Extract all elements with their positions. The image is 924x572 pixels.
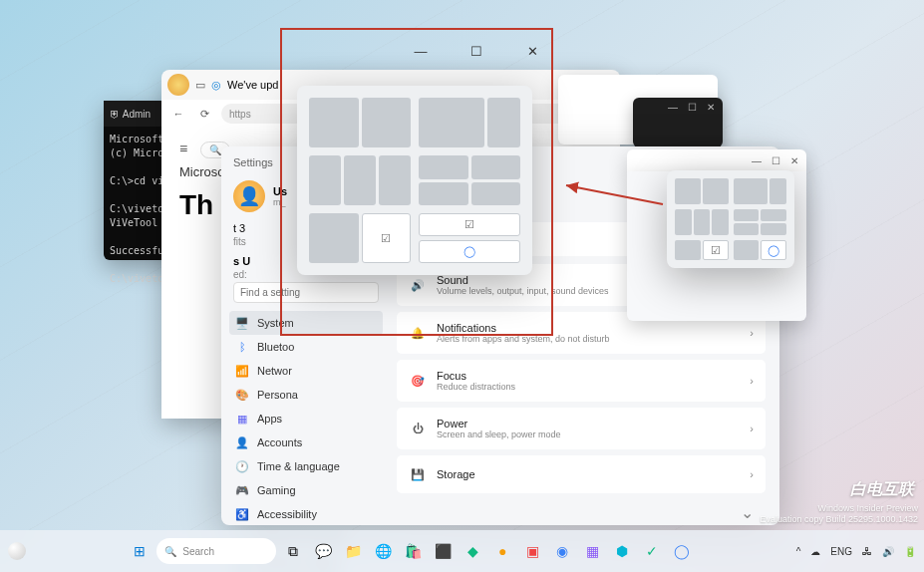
chevron-right-icon: › xyxy=(750,327,754,339)
setting-row-icon: 🔔 xyxy=(409,324,427,342)
tray-chevron-icon[interactable]: ^ xyxy=(796,546,801,557)
hamburger-icon[interactable]: ≡ xyxy=(179,141,187,156)
onedrive-icon[interactable]: ☁ xyxy=(810,546,820,557)
taskbar[interactable]: ⊞ 🔍 Search ⧉ 💬 📁 🌐 🛍️ ⬛ ◆ ● ▣ ◉ ▦ ⬢ ✓ ◯ … xyxy=(0,530,924,572)
chevron-right-icon: › xyxy=(750,468,754,480)
snap-layout-action[interactable]: ☑ xyxy=(675,240,729,260)
close-button[interactable]: ✕ xyxy=(517,40,547,62)
snap-checkbox-icon[interactable]: ☑ xyxy=(703,240,729,260)
minimize-button[interactable]: — xyxy=(752,155,762,166)
snap-layout-quad[interactable] xyxy=(419,155,520,205)
setting-row-icon: 💾 xyxy=(409,465,427,483)
network-icon[interactable]: 🖧 xyxy=(862,546,872,557)
explorer-icon[interactable]: 📁 xyxy=(340,538,366,564)
app-icon[interactable]: ◆ xyxy=(460,538,485,564)
close-button[interactable]: ✕ xyxy=(707,102,715,143)
snap-layout-2col-wide[interactable] xyxy=(734,178,787,204)
sidebar-item-accessibility[interactable]: ♿Accessibility xyxy=(229,502,383,526)
battery-icon[interactable]: 🔋 xyxy=(904,546,916,557)
store-icon[interactable]: 🛍️ xyxy=(400,538,426,564)
setting-row-icon: 🔊 xyxy=(409,276,427,294)
sidebar-item-label: System xyxy=(257,317,294,329)
setting-row-icon: 🎯 xyxy=(409,372,427,390)
snap-layout-3col[interactable] xyxy=(675,209,729,235)
edge-icon[interactable]: 🌐 xyxy=(370,538,396,564)
snap-layout-action[interactable]: ◯ xyxy=(734,240,787,260)
snap-layout-quad[interactable] xyxy=(734,209,787,235)
chat-icon[interactable]: 💬 xyxy=(310,538,336,564)
sidebar-item-bluetoo[interactable]: ᛒBluetoo xyxy=(229,335,383,359)
start-button[interactable]: ⊞ xyxy=(127,538,153,564)
terminal-icon[interactable]: ⬛ xyxy=(430,538,456,564)
app-icon[interactable]: ▣ xyxy=(519,538,545,564)
sidebar-item-label: Gaming xyxy=(257,484,296,496)
sidebar-item-system[interactable]: 🖥️System xyxy=(229,311,383,335)
sidebar-icon: ♿ xyxy=(235,507,249,521)
sidebar-item-time-language[interactable]: 🕐Time & language xyxy=(229,454,383,478)
taskbar-search[interactable]: 🔍 Search xyxy=(156,538,276,564)
terminal-admin-icon: ⛨ xyxy=(110,109,120,120)
terminal-title: Admin xyxy=(123,109,151,120)
user-name: Us xyxy=(273,185,287,197)
brand-watermark: 白电互联 xyxy=(850,479,914,500)
sidebar-item-accounts[interactable]: 👤Accounts xyxy=(229,430,383,454)
weather-icon[interactable] xyxy=(8,542,26,560)
sidebar-item-apps[interactable]: ▦Apps xyxy=(229,407,383,430)
task-view-icon[interactable]: ⧉ xyxy=(280,538,306,564)
refresh-button[interactable]: ⟳ xyxy=(195,105,213,123)
snap-layouts-popup-big[interactable]: ☑ ☑ ◯ xyxy=(297,86,532,275)
callout-window-controls: — ☐ ✕ xyxy=(286,34,555,68)
volume-icon[interactable]: 🔊 xyxy=(882,546,894,557)
setting-row-storage[interactable]: 💾Storage› xyxy=(397,455,766,493)
cortana-icon[interactable]: ◯ xyxy=(419,240,520,263)
chevron-right-icon: › xyxy=(750,423,754,434)
sidebar-icon: ᛒ xyxy=(235,340,249,354)
user-email: m_ xyxy=(273,197,287,207)
snap-host-titlebar[interactable]: — ☐ ✕ xyxy=(627,149,806,171)
language-indicator[interactable]: ENG xyxy=(830,546,852,557)
snap-checkbox-icon[interactable]: ☑ xyxy=(362,213,412,263)
setting-row-power[interactable]: ⏻PowerScreen and sleep, power mode› xyxy=(397,408,766,449)
snap-layouts-popup-small[interactable]: ☑ ◯ xyxy=(667,170,794,268)
dark-app-window[interactable]: — ☐ ✕ xyxy=(633,98,723,147)
minimize-button[interactable]: — xyxy=(668,102,678,143)
windows-watermark: Windows Insider Preview Evaluation copy … xyxy=(760,503,918,526)
sidebar-item-gaming[interactable]: 🎮Gaming xyxy=(229,478,383,502)
cortana-icon[interactable]: ◯ xyxy=(669,538,695,564)
sidebar-item-networ[interactable]: 📶Networ xyxy=(229,359,383,383)
sidebar-icon: 📶 xyxy=(235,364,249,378)
app-icon[interactable]: ▦ xyxy=(579,538,605,564)
snap-checkbox-icon[interactable]: ☑ xyxy=(419,213,520,236)
snap-layout-2col[interactable] xyxy=(675,178,729,204)
close-button[interactable]: ✕ xyxy=(790,155,798,166)
user-avatar-icon[interactable]: 👤 xyxy=(233,180,265,212)
snap-layout-3col[interactable] xyxy=(309,155,411,205)
maximize-button[interactable]: ☐ xyxy=(462,40,491,62)
back-button[interactable]: ← xyxy=(169,105,187,123)
app-icon[interactable]: ● xyxy=(489,538,515,564)
snap-layout-half-check[interactable]: ☑ xyxy=(309,213,411,263)
maximize-button[interactable]: ☐ xyxy=(688,102,697,143)
chevron-down-icon[interactable]: ⌄ xyxy=(741,503,754,522)
search-icon: 🔍 xyxy=(164,546,176,557)
profile-avatar-icon[interactable] xyxy=(167,74,189,96)
minimize-button[interactable]: — xyxy=(406,40,436,62)
cortana-icon[interactable]: ◯ xyxy=(761,240,786,260)
snap-layout-2col[interactable] xyxy=(309,98,411,147)
edge-tab-label[interactable]: We've upd xyxy=(227,79,278,91)
sidebar-icon: 🎮 xyxy=(235,483,249,497)
tabs-icon[interactable]: ▭ xyxy=(195,79,205,92)
sidebar-icon: 🎨 xyxy=(235,388,249,402)
sidebar-item-persona[interactable]: 🎨Persona xyxy=(229,383,383,407)
sidebar-item-label: Time & language xyxy=(257,460,340,472)
find-setting-input[interactable] xyxy=(233,282,379,303)
app-icon[interactable]: ✓ xyxy=(639,538,665,564)
snap-layout-stacked[interactable]: ☑ ◯ xyxy=(419,213,520,263)
sidebar-item-label: Apps xyxy=(257,413,282,425)
sidebar-icon: 🖥️ xyxy=(235,316,249,330)
app-icon[interactable]: ⬢ xyxy=(609,538,635,564)
app-icon[interactable]: ◉ xyxy=(549,538,575,564)
snap-layout-2col-wide[interactable] xyxy=(419,98,520,147)
maximize-button[interactable]: ☐ xyxy=(771,155,780,166)
setting-row-focus[interactable]: 🎯FocusReduce distractions› xyxy=(397,360,766,402)
